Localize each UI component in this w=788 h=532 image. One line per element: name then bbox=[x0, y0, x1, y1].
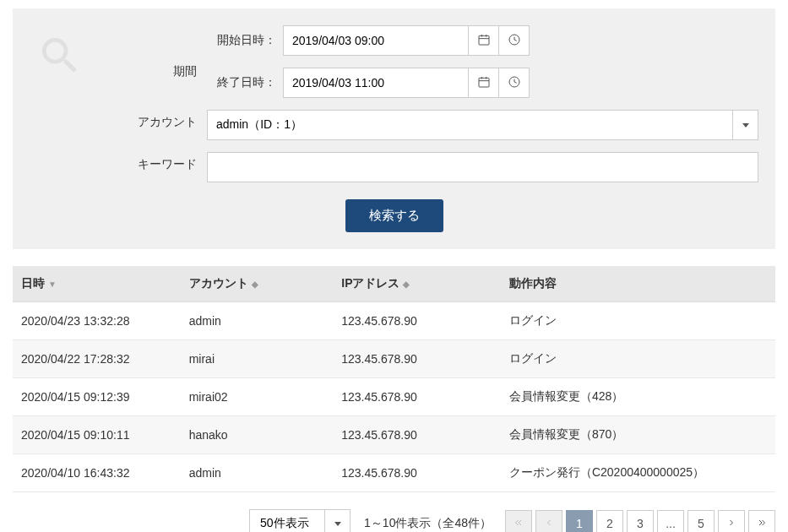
cell-action: ログイン bbox=[501, 340, 775, 378]
chevron-double-right-icon bbox=[757, 517, 767, 530]
end-date-picker-button[interactable] bbox=[469, 68, 499, 98]
cell-account: admin bbox=[181, 302, 334, 340]
cell-action: クーポン発行（C20200400000025） bbox=[501, 454, 775, 492]
header-account[interactable]: アカウント◆ bbox=[181, 266, 334, 302]
cell-ip: 123.45.678.90 bbox=[333, 340, 501, 378]
end-datetime-label: 終了日時： bbox=[207, 75, 283, 90]
results-table: 日時▼ アカウント◆ IPアドレス◆ 動作内容 2020/04/23 13:32… bbox=[13, 266, 775, 492]
page-ellipsis: ... bbox=[657, 510, 684, 532]
svg-line-6 bbox=[514, 40, 517, 41]
table-row: 2020/04/23 13:32:28admin123.45.678.90ログイ… bbox=[13, 302, 775, 340]
sort-icon: ◆ bbox=[403, 280, 410, 289]
svg-line-13 bbox=[514, 82, 517, 83]
chevron-down-icon bbox=[334, 522, 341, 526]
search-icon bbox=[36, 32, 84, 82]
account-input[interactable] bbox=[207, 110, 733, 140]
header-datetime[interactable]: 日時▼ bbox=[13, 266, 181, 302]
page-button-3[interactable]: 3 bbox=[627, 510, 654, 532]
cell-account: admin bbox=[181, 454, 334, 492]
cell-action: 会員情報変更（870） bbox=[501, 416, 775, 454]
cell-action: ログイン bbox=[501, 302, 775, 340]
chevron-left-icon bbox=[544, 517, 554, 530]
cell-datetime: 2020/04/22 17:28:32 bbox=[13, 340, 181, 378]
page-next-button[interactable] bbox=[718, 510, 745, 532]
cell-ip: 123.45.678.90 bbox=[333, 454, 501, 492]
account-label: アカウント bbox=[30, 110, 207, 130]
cell-ip: 123.45.678.90 bbox=[333, 416, 501, 454]
svg-rect-7 bbox=[479, 78, 489, 87]
keyword-label: キーワード bbox=[30, 152, 207, 172]
table-row: 2020/04/15 09:10:11hanako123.45.678.90会員… bbox=[13, 416, 775, 454]
page-button-2[interactable]: 2 bbox=[596, 510, 623, 532]
sort-icon: ◆ bbox=[252, 280, 258, 289]
end-datetime-input[interactable] bbox=[283, 68, 469, 98]
account-dropdown-button[interactable] bbox=[733, 110, 758, 140]
page-size-input[interactable] bbox=[249, 509, 325, 532]
clock-icon bbox=[508, 75, 521, 91]
calendar-icon bbox=[477, 75, 491, 91]
end-time-picker-button[interactable] bbox=[499, 68, 530, 98]
start-datetime-input[interactable] bbox=[283, 25, 469, 56]
header-ip[interactable]: IPアドレス◆ bbox=[333, 266, 501, 302]
header-action: 動作内容 bbox=[501, 266, 775, 302]
svg-rect-0 bbox=[479, 35, 489, 45]
start-time-picker-button[interactable] bbox=[499, 25, 530, 56]
cell-account: mirai02 bbox=[181, 378, 334, 416]
page-size-dropdown-button[interactable] bbox=[325, 509, 351, 532]
page-info: 1～10件表示（全48件） bbox=[364, 516, 492, 531]
cell-datetime: 2020/04/23 13:32:28 bbox=[13, 302, 181, 340]
page-prev-button[interactable] bbox=[535, 510, 562, 532]
cell-ip: 123.45.678.90 bbox=[333, 378, 501, 416]
cell-account: mirai bbox=[181, 340, 334, 378]
table-header-row: 日時▼ アカウント◆ IPアドレス◆ 動作内容 bbox=[13, 266, 775, 302]
table-row: 2020/04/22 17:28:32mirai123.45.678.90ログイ… bbox=[13, 340, 775, 378]
cell-action: 会員情報変更（428） bbox=[501, 378, 775, 416]
chevron-double-left-icon bbox=[514, 517, 524, 530]
cell-datetime: 2020/04/15 09:10:11 bbox=[13, 416, 181, 454]
search-panel: 期間 開始日時： 終了日時： bbox=[13, 8, 775, 249]
page-button-5[interactable]: 5 bbox=[687, 510, 715, 532]
clock-icon bbox=[508, 33, 521, 49]
pagination: 123...5 bbox=[505, 510, 775, 532]
page-last-button[interactable] bbox=[748, 510, 775, 532]
cell-account: hanako bbox=[181, 416, 334, 454]
start-date-picker-button[interactable] bbox=[469, 25, 499, 56]
start-datetime-label: 開始日時： bbox=[207, 33, 283, 48]
search-button[interactable]: 検索する bbox=[345, 199, 443, 232]
page-first-button[interactable] bbox=[505, 510, 532, 532]
cell-datetime: 2020/04/10 16:43:32 bbox=[13, 454, 181, 492]
keyword-input[interactable] bbox=[207, 152, 758, 182]
calendar-icon bbox=[477, 33, 491, 49]
chevron-down-icon bbox=[742, 123, 749, 128]
page-button-1[interactable]: 1 bbox=[566, 510, 593, 532]
table-row: 2020/04/15 09:12:39mirai02123.45.678.90会… bbox=[13, 378, 775, 416]
chevron-right-icon bbox=[726, 517, 736, 530]
table-row: 2020/04/10 16:43:32admin123.45.678.90クーポ… bbox=[13, 454, 775, 492]
cell-ip: 123.45.678.90 bbox=[333, 302, 501, 340]
table-footer: 1～10件表示（全48件） 123...5 bbox=[0, 492, 788, 532]
cell-datetime: 2020/04/15 09:12:39 bbox=[13, 378, 181, 416]
sort-desc-icon: ▼ bbox=[48, 280, 57, 289]
